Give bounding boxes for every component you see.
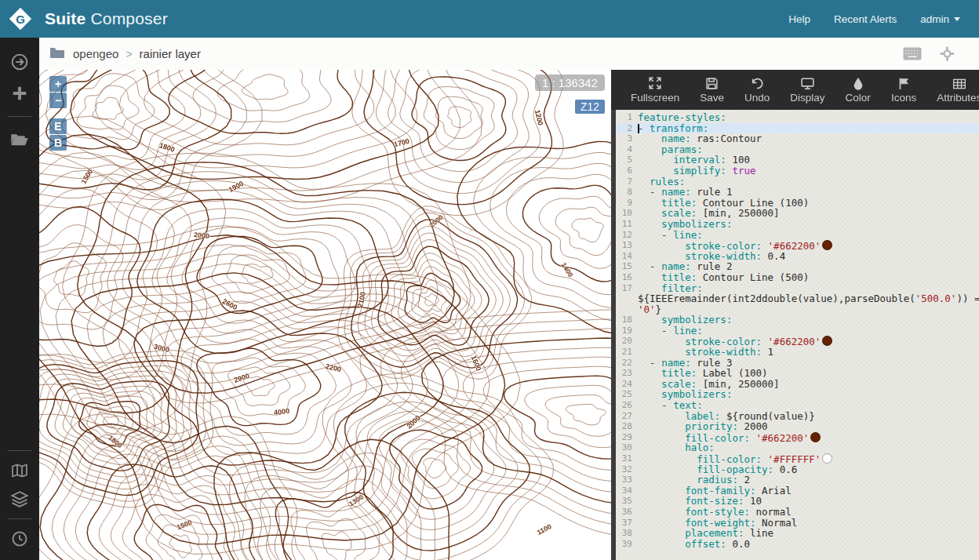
toolbar-display-button[interactable]: Display (780, 70, 835, 110)
toolbar-fullscreen-button[interactable]: Fullscreen (621, 70, 690, 110)
line-number: 27 (616, 411, 638, 422)
toolbar-icons-button[interactable]: Icons (881, 70, 926, 110)
code-line-26[interactable]: 26 - text: (616, 400, 979, 411)
code-line-9[interactable]: 9 title: Contour Line (100) (616, 198, 979, 209)
toolbar-undo-label: Undo (744, 92, 770, 104)
arrow-circle-right-icon (10, 53, 29, 71)
sidebar-arrow-circle-right-button[interactable] (0, 49, 39, 75)
code-line-3[interactable]: 3 name: ras:Contour (616, 133, 979, 144)
map-scale-indicator: 1 : 136342 (535, 75, 605, 91)
code-line-11[interactable]: 11 symbolizers: (616, 219, 979, 230)
code-line-10[interactable]: 10 scale: [min, 250000] (616, 208, 979, 219)
code-line-27[interactable]: 27 label: ${round(value)} (616, 411, 979, 422)
toolbar-color-button[interactable]: Color (835, 70, 881, 110)
nav-admin[interactable]: admin (920, 13, 960, 25)
sidebar-layers-button[interactable] (0, 485, 39, 512)
code-line-7[interactable]: 7 rules: (616, 176, 979, 187)
nav-admin-label: admin (920, 13, 949, 25)
map-basemap-button[interactable]: B (49, 135, 67, 151)
code-line-13[interactable]: 13 stroke-color: '#662200' (616, 240, 979, 251)
code-line-24[interactable]: 24 scale: [min, 250000] (616, 379, 979, 390)
keyboard-shortcuts-icon[interactable] (903, 47, 922, 60)
color-swatch-icon[interactable] (822, 453, 832, 464)
breadcrumb-workspace[interactable]: opengeo (73, 47, 118, 60)
code-line-25[interactable]: 25 symbolizers: (616, 389, 979, 400)
code-line-12[interactable]: 12 - line: (616, 230, 979, 241)
map-icon (11, 463, 28, 478)
code-line-36[interactable]: 36 font-style: normal (616, 507, 979, 518)
code-line-22[interactable]: 22 - name: rule 3 (616, 358, 979, 369)
code-line-wrap[interactable]: ${IEEEremainder(int2ddouble(value),parse… (616, 293, 979, 304)
left-sidebar (0, 38, 39, 560)
code-line-34[interactable]: 34 font-family: Arial (616, 485, 979, 496)
code-line-30[interactable]: 30 halo: (616, 442, 979, 453)
contour-map-canvas[interactable] (39, 70, 611, 560)
code-line-18[interactable]: 18 symbolizers: (616, 315, 979, 325)
line-number: 8 (616, 187, 638, 198)
line-number: 4 (616, 144, 638, 155)
nav-recent-alerts-label: Recent Alerts (834, 13, 897, 25)
sidebar-map-button[interactable] (0, 457, 39, 484)
code-line-20[interactable]: 20 stroke-color: '#662200' (616, 336, 979, 347)
code-line-15[interactable]: 15 - name: rule 2 (616, 261, 979, 272)
color-swatch-icon[interactable] (810, 432, 821, 442)
sidebar-folder-open-button[interactable] (0, 126, 39, 153)
map-preview[interactable]: 1500180019002000170012002000140021002600… (39, 70, 611, 560)
line-number: 38 (616, 528, 638, 539)
undo-icon (750, 77, 764, 90)
line-number: 5 (616, 155, 638, 165)
line-number: 39 (616, 539, 638, 550)
code-line-33[interactable]: 33 radius: 2 (616, 475, 979, 485)
line-number: 6 (616, 165, 638, 176)
folder-icon (49, 46, 65, 62)
toolbar-undo-button[interactable]: Undo (734, 70, 780, 110)
code-line-8[interactable]: 8 - name: rule 1 (616, 187, 979, 198)
map-zoom-in-button[interactable]: + (49, 76, 67, 92)
folder-open-icon (10, 132, 29, 147)
code-line-32[interactable]: 32 fill-opacity: 0.6 (616, 464, 979, 475)
code-line-31[interactable]: 31 fill-color: '#FFFFFF' (616, 453, 979, 464)
code-line-1[interactable]: 1feature-styles: (616, 112, 979, 123)
code-line-38[interactable]: 38 placement: line (616, 528, 979, 539)
toolbar-save-button[interactable]: Save (690, 70, 734, 110)
map-edit-mode-button[interactable]: E (49, 118, 67, 134)
code-line-2[interactable]: 2- transform: (616, 123, 979, 134)
map-zoom-out-button[interactable]: − (49, 93, 67, 108)
chevron-down-icon (954, 17, 960, 21)
color-swatch-icon[interactable] (822, 240, 832, 250)
toolbar-fullscreen-label: Fullscreen (631, 92, 679, 104)
code-line-17[interactable]: 17 filter: (616, 283, 979, 294)
settings-gear-icon[interactable] (939, 45, 955, 62)
suite-composer-window: G Suite Composer HelpRecent Alertsadmin … (0, 0, 979, 560)
table-icon (952, 78, 966, 90)
code-line-28[interactable]: 28 priority: 2000 (616, 421, 979, 432)
code-line-4[interactable]: 4 params: (616, 144, 979, 155)
toolbar-display-label: Display (790, 92, 824, 104)
code-line-37[interactable]: 37 font-weight: Normal (616, 518, 979, 529)
code-line-6[interactable]: 6 simplify: true (616, 165, 979, 176)
line-number: 24 (616, 379, 638, 390)
code-line-5[interactable]: 5 interval: 100 (616, 155, 979, 165)
code-line-35[interactable]: 35 font-size: 10 (616, 496, 979, 507)
ysld-code-editor[interactable]: 1feature-styles:2- transform:3 name: ras… (611, 110, 979, 560)
code-line-21[interactable]: 21 stroke-width: 1 (616, 347, 979, 358)
nav-help-label: Help (788, 13, 810, 25)
code-line-14[interactable]: 14 stroke-width: 0.4 (616, 251, 979, 262)
nav-help[interactable]: Help (788, 13, 810, 25)
code-line-wrap[interactable]: '0'} (616, 304, 979, 315)
map-controls: +−EB (49, 76, 67, 151)
code-line-23[interactable]: 23 title: Label (100) (616, 368, 979, 379)
code-line-29[interactable]: 29 fill-color: '#662200' (616, 432, 979, 443)
line-number: 12 (616, 230, 638, 241)
nav-recent-alerts[interactable]: Recent Alerts (834, 13, 897, 25)
sidebar-plus-button[interactable] (0, 80, 39, 107)
color-swatch-icon[interactable] (822, 336, 832, 346)
line-number (616, 304, 638, 315)
line-number: 31 (616, 453, 638, 464)
sidebar-clock-button[interactable] (0, 525, 39, 552)
toolbar-attributes-button[interactable]: Attributes (926, 70, 979, 110)
code-line-16[interactable]: 16 title: Contour Line (500) (616, 272, 979, 283)
code-line-19[interactable]: 19 - line: (616, 325, 979, 336)
code-line-39[interactable]: 39 offset: 0.0 (616, 539, 979, 550)
line-number: 32 (616, 464, 638, 475)
